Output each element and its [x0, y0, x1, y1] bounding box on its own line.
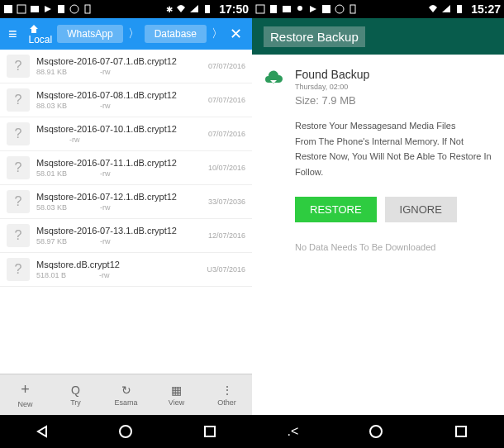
file-name: Msqstore-2016-07-07.1.dB.crypt12	[36, 56, 208, 66]
svg-rect-4	[58, 5, 64, 13]
svg-rect-2	[31, 6, 39, 12]
app-icon	[17, 4, 26, 14]
file-item[interactable]: ? Msqstore-2016-07-07.1.dB.crypt12 88.91…	[0, 50, 252, 83]
svg-marker-20	[442, 5, 450, 12]
more-icon: ⋮	[221, 384, 233, 397]
restore-description: Restore Your Messagesand Media Files Fro…	[295, 118, 492, 180]
clock: 15:27	[471, 2, 501, 16]
file-name: Msqstore-2016-07-13.1.dB.crypt12	[36, 226, 208, 236]
file-icon: ?	[7, 190, 30, 213]
file-item[interactable]: ? Msqstore-2016-07-13.1.dB.crypt12 58.97…	[0, 219, 252, 253]
breadcrumb-database[interactable]: Database	[145, 25, 207, 43]
mail-icon	[282, 4, 292, 14]
svg-point-22	[370, 426, 382, 437]
file-icon: ?	[7, 156, 30, 179]
svg-point-15	[297, 6, 302, 11]
app-icon	[56, 4, 66, 14]
backup-content: Found Backup Thursday, 02:00 Size: 7.9 M…	[252, 55, 504, 415]
left-phone: ✱ 17:50 ≡ Local WhatsApp 〉 Database 〉 ✕ …	[0, 0, 252, 448]
svg-rect-1	[17, 5, 26, 13]
app-icon	[255, 4, 265, 14]
refresh-button[interactable]: ↻Esama	[101, 374, 151, 415]
status-icons-right: ✱ 17:50	[166, 2, 249, 16]
app-icon	[321, 4, 331, 14]
breadcrumb-whatsapp[interactable]: WhatsApp	[57, 25, 122, 43]
svg-rect-17	[322, 5, 330, 13]
recent-button[interactable]	[454, 424, 468, 439]
home-button[interactable]	[118, 424, 133, 439]
cloud-download-icon	[264, 68, 283, 88]
file-date: 33/07/2036	[208, 198, 245, 206]
mail-icon	[30, 4, 40, 14]
svg-point-18	[335, 5, 344, 13]
recent-button[interactable]	[202, 424, 217, 439]
page-title: Restore Backup	[264, 26, 365, 47]
file-item[interactable]: ? Msqstore.dB.crypt12 518.01 B-rw U3/07/…	[0, 253, 252, 287]
svg-rect-13	[270, 5, 277, 13]
back-button[interactable]	[35, 424, 50, 439]
chevron-right-icon: 〉	[128, 26, 140, 41]
restore-button[interactable]: RESTORE	[295, 197, 377, 222]
svg-rect-14	[283, 6, 291, 12]
file-name: Msqstore-2016-07-08.1.dB.crypt12	[36, 90, 208, 100]
ignore-button[interactable]: IGNORE	[385, 197, 457, 222]
home-button[interactable]	[368, 424, 383, 439]
grid-icon: ▦	[171, 384, 182, 397]
file-date: 07/07/2016	[208, 62, 245, 70]
svg-marker-9	[38, 427, 46, 436]
more-button[interactable]: ⋮Other	[202, 374, 252, 415]
back-button[interactable]: .<	[288, 424, 299, 439]
file-icon: ?	[7, 258, 30, 281]
search-button[interactable]: QTry	[50, 374, 101, 415]
file-name: Msqstore.dB.crypt12	[36, 260, 207, 269]
right-phone: 15:27 Restore Backup Found Backup Thursd…	[252, 0, 504, 448]
app-icon	[3, 4, 13, 14]
svg-rect-8	[205, 5, 210, 13]
play-icon	[308, 4, 318, 14]
android-navbar	[0, 415, 252, 448]
found-backup-title: Found Backup	[295, 68, 369, 81]
breadcrumb-local[interactable]: Local	[29, 22, 53, 45]
file-manager-header: ≡ Local WhatsApp 〉 Database 〉 ✕	[0, 18, 252, 50]
clock: 17:50	[219, 2, 249, 16]
backup-size: Size: 7.9 MB	[295, 94, 369, 107]
new-button[interactable]: +New	[0, 374, 50, 415]
file-date: 07/07/2016	[208, 96, 245, 104]
svg-rect-11	[205, 427, 215, 436]
file-item[interactable]: ? Msqstore-2016-07-12.1.dB.crypt12 58.03…	[0, 185, 252, 219]
wifi-icon	[176, 4, 186, 14]
file-icon: ?	[7, 122, 30, 145]
app-icon	[69, 4, 79, 14]
play-icon	[43, 4, 53, 14]
file-item[interactable]: ? Msqstore-2016-07-08.1.dB.crypt12 88.03…	[0, 83, 252, 117]
file-item[interactable]: ? Msqstore-2016-07-10.1.dB.crypt12 -rw 0…	[0, 117, 252, 151]
status-icons-right: 15:27	[428, 2, 501, 16]
no-data-text: No Data Needs To Be Downloaded	[295, 242, 492, 252]
android-navbar: .<	[252, 415, 504, 448]
app-icon	[335, 4, 345, 14]
home-icon	[29, 24, 39, 34]
svg-point-10	[120, 426, 131, 437]
file-item[interactable]: ? Msqstore-2016-07-11.1.dB.crypt12 58.01…	[0, 151, 252, 185]
plus-icon: +	[21, 381, 30, 398]
app-icon	[269, 4, 278, 14]
file-name: Msqstore-2016-07-10.1.dB.crypt12	[36, 124, 208, 134]
close-icon[interactable]: ✕	[223, 25, 249, 43]
battery-icon	[202, 4, 212, 14]
svg-rect-19	[350, 5, 355, 13]
file-date: 07/07/2016	[208, 130, 245, 138]
breadcrumb: Local WhatsApp 〉 Database 〉	[29, 22, 223, 45]
status-icons-left	[3, 4, 93, 14]
bottom-toolbar: +New QTry ↻Esama ▦View ⋮Other	[0, 374, 252, 415]
file-date: 10/07/2016	[208, 164, 245, 172]
view-button[interactable]: ▦View	[151, 374, 202, 415]
file-date: 12/07/2016	[208, 231, 245, 240]
refresh-icon: ↻	[121, 384, 131, 397]
svg-rect-0	[4, 5, 12, 13]
file-name: Msqstore-2016-07-11.1.dB.crypt12	[36, 158, 208, 168]
file-icon: ?	[7, 55, 30, 78]
svg-rect-21	[457, 5, 462, 13]
menu-icon[interactable]: ≡	[3, 26, 22, 43]
app-icon	[83, 4, 93, 14]
file-list[interactable]: ? Msqstore-2016-07-07.1.dB.crypt12 88.91…	[0, 50, 252, 374]
